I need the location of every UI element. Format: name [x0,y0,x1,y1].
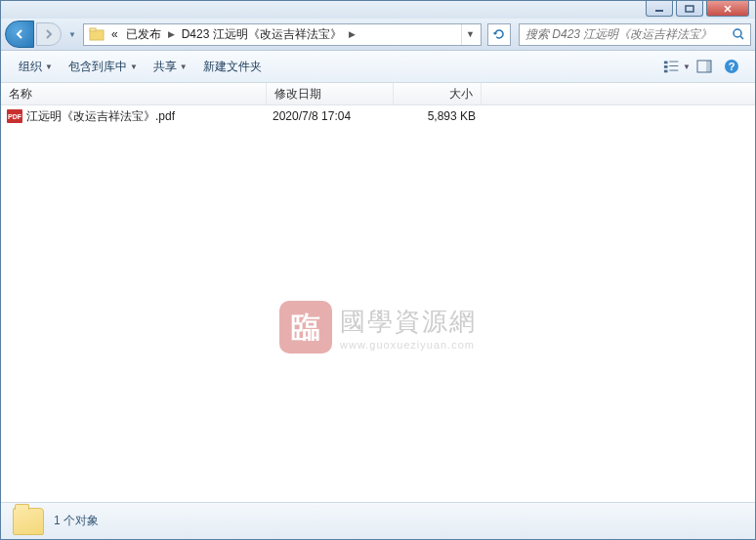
address-dropdown-icon[interactable]: ▼ [461,24,479,45]
svg-rect-5 [664,62,668,64]
column-header-size[interactable]: 大小 [394,83,482,104]
view-options-button[interactable]: ▼ [663,55,691,78]
toolbar: 组织 ▼ 包含到库中 ▼ 共享 ▼ 新建文件夹 ▼ ? [1,51,755,83]
svg-rect-7 [664,65,668,68]
watermark: 臨 國學資源網 www.guoxueziyuan.com [279,301,477,353]
folder-icon [88,25,105,43]
breadcrumb-chevrons[interactable]: « [107,24,122,45]
file-modified: 2020/7/8 17:04 [267,109,394,123]
chevron-down-icon: ▼ [683,62,691,71]
search-icon[interactable] [727,24,750,45]
navigation-bar: ▼ « 已发布 ▶ D423 江远明《改运吉祥法宝》 ▶ ▼ [1,19,755,51]
minimize-button[interactable] [646,1,673,17]
chevron-down-icon: ▼ [130,62,138,71]
address-bar[interactable]: « 已发布 ▶ D423 江远明《改运吉祥法宝》 ▶ ▼ [83,23,482,46]
column-header-modified[interactable]: 修改日期 [267,83,394,104]
status-text: 1 个对象 [54,513,99,529]
status-bar: 1 个对象 [1,502,755,539]
window-titlebar [1,1,755,19]
close-button[interactable] [706,1,749,17]
help-button[interactable]: ? [718,55,745,78]
svg-rect-0 [655,10,663,12]
chevron-down-icon: ▼ [45,62,53,71]
search-box [519,23,751,46]
chevron-right-icon[interactable]: ▶ [165,29,178,39]
watermark-url: www.guoxueziyuan.com [340,339,477,351]
column-headers: 名称 修改日期 大小 [1,83,755,105]
chevron-right-icon[interactable]: ▶ [346,29,358,39]
column-header-name[interactable]: 名称 [1,83,267,104]
organize-button[interactable]: 组织 ▼ [11,55,61,79]
svg-rect-8 [669,65,678,66]
pdf-icon: PDF [7,109,22,123]
maximize-button[interactable] [676,1,703,17]
svg-rect-12 [706,61,711,72]
include-library-button[interactable]: 包含到库中 ▼ [61,55,146,79]
breadcrumb-item[interactable]: D423 江远明《改运吉祥法宝》 [178,24,346,45]
svg-rect-3 [90,28,96,31]
chevron-down-icon: ▼ [180,62,188,71]
file-name: 江远明《改运吉祥法宝》.pdf [26,108,175,125]
search-input[interactable] [520,27,727,41]
svg-rect-1 [686,6,693,12]
svg-point-4 [734,29,741,37]
back-button[interactable] [5,21,34,48]
svg-rect-10 [669,70,678,71]
svg-rect-9 [664,70,668,73]
breadcrumb-item[interactable]: 已发布 [122,24,165,45]
file-size: 5,893 KB [394,109,482,123]
watermark-icon: 臨 [279,301,332,353]
watermark-title: 國學資源網 [340,305,477,339]
refresh-button[interactable] [487,23,511,46]
new-folder-button[interactable]: 新建文件夹 [195,55,270,79]
svg-rect-6 [669,62,678,62]
folder-icon [13,508,44,535]
list-item[interactable]: PDF 江远明《改运吉祥法宝》.pdf 2020/7/8 17:04 5,893… [1,105,755,127]
file-list[interactable]: PDF 江远明《改运吉祥法宝》.pdf 2020/7/8 17:04 5,893… [1,105,755,502]
history-dropdown-icon[interactable]: ▼ [65,22,79,46]
preview-pane-button[interactable] [691,55,718,78]
svg-text:?: ? [729,61,735,72]
share-button[interactable]: 共享 ▼ [146,55,195,79]
forward-button[interactable] [36,22,62,46]
